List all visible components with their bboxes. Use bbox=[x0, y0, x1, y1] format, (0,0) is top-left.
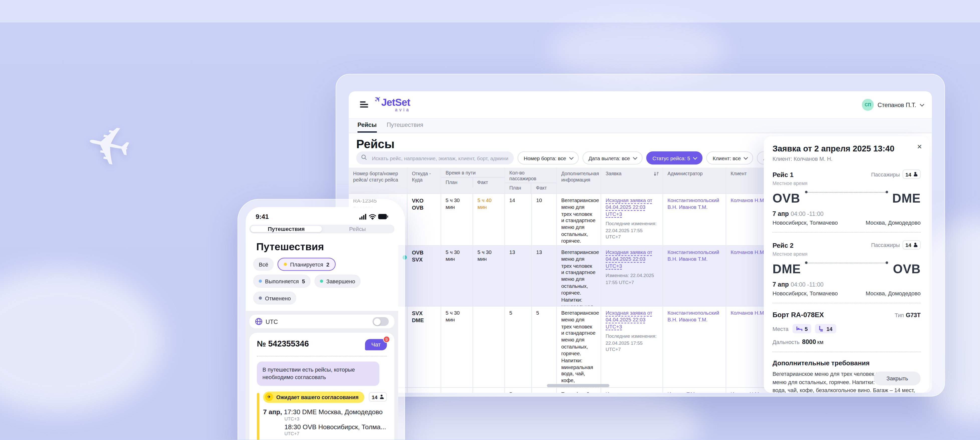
extra-info: Вегетарианское меню для трех человек и с… bbox=[557, 307, 601, 387]
search-input[interactable] bbox=[371, 151, 509, 164]
filter-label: Клиент: все bbox=[713, 155, 741, 161]
phone-status-bar: 9:41 bbox=[245, 207, 398, 220]
group-label: Кол-во пассажиров bbox=[505, 168, 556, 183]
chip-label: Выполняется bbox=[265, 278, 299, 284]
person-icon bbox=[913, 243, 917, 247]
close-icon[interactable]: × bbox=[917, 143, 922, 151]
chat-unread-badge: 9 bbox=[383, 336, 390, 343]
pax-badge: 14 bbox=[369, 392, 387, 402]
admin-names[interactable]: Иванов Т.М. bbox=[663, 388, 726, 393]
col-header-route: Откуда - Куда bbox=[407, 168, 441, 193]
pax-label: Пассажиры bbox=[871, 171, 900, 177]
from-city: Новосибирск, Толмачево bbox=[773, 220, 838, 226]
yellow-dot bbox=[284, 263, 287, 266]
to-city: Москва, Домодедово bbox=[866, 220, 921, 226]
order-detail-panel: Заявка от 2 апреля 2025 13:40 × Клиент: … bbox=[764, 136, 929, 393]
divider bbox=[773, 232, 921, 233]
phone-screen: 9:41 Путешествия Рейсы Путешествия Всё П… bbox=[245, 207, 398, 440]
leg-name: Рейс 2 bbox=[773, 241, 794, 249]
leg-name: Рейс 1 bbox=[773, 171, 794, 178]
table-row[interactable]: RA-12345RLA1234 VKOOVB 5 ч 30 мин 5 ч 40… bbox=[349, 194, 795, 246]
chip-all[interactable]: Всё bbox=[253, 258, 274, 271]
pax-badge: 14 bbox=[902, 240, 921, 249]
pax-label: Пассажиры bbox=[871, 242, 900, 248]
time-plan: 5 ч 30 мин bbox=[441, 307, 473, 387]
chip-count: 2 bbox=[326, 261, 329, 268]
user-name: Степанов П.Т. bbox=[878, 101, 916, 108]
time-fact: 5 ч 30 мин bbox=[473, 246, 505, 306]
phone-mockup: 9:41 Путешествия Рейсы Путешествия Всё П… bbox=[237, 199, 405, 440]
time-plan: 5 ч 30 мин bbox=[441, 194, 473, 245]
horizontal-scrollbar[interactable] bbox=[547, 384, 609, 387]
bed-count: 5 bbox=[805, 326, 808, 332]
leg-time: 04:00 -11:00 bbox=[791, 210, 823, 217]
chip-cancelled[interactable]: Отменено bbox=[253, 292, 296, 304]
desktop-app-window: ✈ JetSet avia СП Степанов П.Т. Рейсы Пут… bbox=[349, 91, 932, 393]
route-visual: OVBDME bbox=[773, 188, 921, 207]
divider bbox=[773, 303, 921, 303]
chip-finished[interactable]: Завершено bbox=[314, 274, 361, 288]
order-link[interactable]: Исходная заявка от 04.04.2025 22:03 UTC+… bbox=[606, 198, 652, 217]
leg-date: 7 апр bbox=[773, 210, 789, 217]
user-menu[interactable]: СП Степанов П.Т. bbox=[862, 99, 923, 110]
dep-details: 17:30 DME Москва, Домодедово bbox=[282, 408, 383, 415]
flights-table: Номер борта/номер рейса/ статус рейса От… bbox=[349, 168, 795, 393]
table-row[interactable]: SVXDME 5 ч 30 мин 5 5 Вегетарианское мен… bbox=[349, 307, 795, 388]
utc-toggle[interactable] bbox=[372, 317, 389, 326]
filter-label: Номер борта: все bbox=[524, 155, 566, 161]
trip-card[interactable]: № 542355346 Чат9 В путешествии есть рейс… bbox=[249, 333, 394, 440]
segment-flights[interactable]: Рейсы bbox=[322, 226, 393, 232]
table-row-highlighted[interactable]: OVBSVX 5 ч 30 мин 5 ч 30 мин 13 13 Вегет… bbox=[349, 246, 795, 306]
phone-body: UTC № 542355346 Чат9 В путешествии есть … bbox=[245, 311, 398, 440]
chip-planned[interactable]: Планируется2 bbox=[278, 258, 336, 271]
sort-icon[interactable] bbox=[654, 172, 659, 177]
leg-block-2: Рейс 2 Пассажиры14 Местное время DMEOVB … bbox=[773, 240, 921, 297]
time-plan: 5 ч 30 мин bbox=[441, 246, 473, 306]
tab-flights[interactable]: Рейсы bbox=[358, 121, 377, 132]
search-input-wrap bbox=[356, 151, 514, 164]
route-from: SVX bbox=[412, 310, 436, 317]
filter-departure-date[interactable]: Дата вылета: все bbox=[582, 151, 642, 164]
admin-names[interactable]: Константинопольский В.Н. Иванов Т.М. bbox=[663, 194, 726, 245]
divider bbox=[773, 351, 921, 352]
sub-header-plan: План bbox=[441, 178, 473, 188]
tab-trips[interactable]: Путешествия bbox=[387, 121, 423, 132]
time-fact bbox=[473, 388, 505, 393]
status-badge: ✈Ожидает вашего согласования bbox=[263, 391, 364, 403]
col-label: Заявка bbox=[606, 171, 622, 176]
menu-icon[interactable] bbox=[360, 101, 368, 108]
range-row: Дальность8000км bbox=[773, 338, 921, 345]
bed-icon bbox=[796, 326, 802, 331]
filter-flight-status[interactable]: Статус рейса: 5 bbox=[646, 151, 703, 164]
filter-client[interactable]: Клиент: все bbox=[706, 151, 753, 164]
logo-subtext: avia bbox=[395, 108, 410, 112]
to-city: Москва, Домодедово bbox=[866, 290, 921, 297]
chat-label: Чат bbox=[371, 341, 380, 348]
chip-in-progress[interactable]: Выполняется5 bbox=[253, 274, 311, 288]
dep-timezone: UTC+3 bbox=[284, 416, 387, 421]
board-info: Борт RA-078EX ТипG73T bbox=[773, 311, 921, 319]
filter-board-number[interactable]: Номер борта: все bbox=[517, 151, 579, 164]
marketing-scene: ✈ ✈ JetSet avia СП Степанов П.Т. Рейсы П… bbox=[0, 0, 980, 440]
order-note: Последние изменения: 22.04.2025 17:55 UT… bbox=[606, 334, 659, 353]
pax-plan: 5 bbox=[505, 388, 532, 393]
chair-seats-badge: 14 bbox=[815, 324, 836, 333]
order-link[interactable]: Исходная заявка от 04.04.2025 22:03 UTC+… bbox=[606, 310, 652, 329]
order-note: Изменена: 22.04.2025 17:55 UTC+7 bbox=[606, 273, 659, 286]
chat-button[interactable]: Чат9 bbox=[365, 339, 387, 350]
range-unit: км bbox=[817, 339, 823, 345]
order-link[interactable]: Исходная заявка от 04.04.2025 22:03 UTC+… bbox=[606, 249, 652, 268]
filter-label: Статус рейса: 5 bbox=[652, 155, 690, 161]
admin-names[interactable]: Константинопольский В.Н. Иванов Т.М. bbox=[663, 307, 726, 387]
col-header-info: Дополнительная информация bbox=[557, 168, 601, 193]
range-label: Дальность bbox=[773, 339, 800, 345]
close-button[interactable]: Закрыть bbox=[874, 371, 921, 385]
order-link[interactable]: Исходная заявка от bbox=[606, 392, 652, 393]
table-row[interactable]: SVXDME 5 Трансфер 2 Исходная заявка от И… bbox=[349, 388, 795, 393]
chevron-down-icon bbox=[569, 155, 573, 160]
person-icon bbox=[379, 395, 383, 399]
admin-names[interactable]: Константинопольский В.Н. Иванов Т.М. bbox=[663, 246, 726, 306]
plane-icon: ✈ bbox=[265, 393, 273, 401]
segment-trips[interactable]: Путешествия bbox=[250, 226, 321, 232]
chair-count: 14 bbox=[826, 326, 832, 332]
